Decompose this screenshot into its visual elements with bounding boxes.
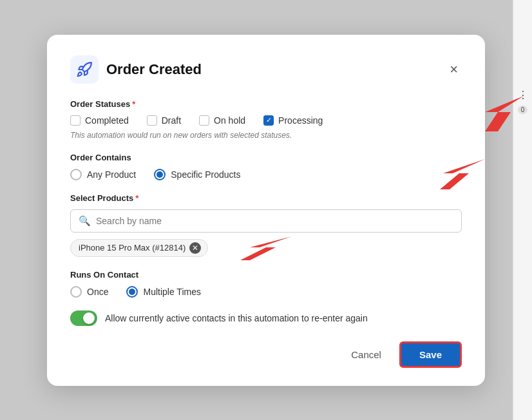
radio-once[interactable]: Once [70, 286, 108, 298]
status-completed[interactable]: Completed [70, 115, 129, 126]
radio-outer-once[interactable] [70, 286, 82, 298]
radio-outer-specific[interactable] [154, 169, 166, 180]
runs-on-contact-section: Runs On Contact Once Multiple Times [70, 270, 462, 298]
toggle-knob [83, 312, 95, 324]
radio-specific-products-label: Specific Products [171, 169, 240, 180]
save-button[interactable]: Save [399, 341, 462, 368]
status-draft[interactable]: Draft [147, 115, 181, 126]
order-statuses-label: Order Statuses* [70, 99, 462, 109]
rocket-icon [76, 61, 93, 78]
close-button[interactable]: × [446, 61, 462, 78]
toggle-switch[interactable] [70, 310, 97, 326]
order-statuses-hint: This automation would run on new orders … [70, 131, 462, 140]
more-options-icon[interactable]: ⋮ [518, 90, 528, 100]
modal-footer: Cancel Save [70, 341, 462, 368]
radio-specific-products[interactable]: Specific Products [154, 169, 240, 180]
status-processing-label: Processing [278, 115, 323, 126]
modal-header: Order Created × [70, 55, 462, 84]
runs-on-contact-options: Once Multiple Times [70, 286, 462, 298]
toggle-label: Allow currently active contacts in this … [105, 313, 368, 323]
toggle-row: Allow currently active contacts in this … [70, 310, 462, 326]
search-input[interactable] [96, 216, 453, 226]
radio-once-label: Once [87, 287, 108, 297]
radio-inner-multiple [129, 289, 135, 295]
radio-multiple-times-label: Multiple Times [143, 287, 200, 297]
status-on-hold-label: On hold [214, 115, 245, 126]
status-completed-label: Completed [85, 115, 129, 126]
selected-products-tags: iPhone 15 Pro Max (#12814) ✕ [70, 239, 462, 257]
modal-dialog: Order Created × Order Statuses* Complete… [47, 35, 485, 386]
cancel-button[interactable]: Cancel [343, 344, 389, 365]
radio-any-product-label: Any Product [87, 169, 136, 180]
order-contains-section: Order Contains Any Product Specific Prod… [70, 153, 462, 180]
runs-on-contact-label: Runs On Contact [70, 270, 462, 280]
modal-icon-wrap [70, 55, 99, 84]
search-wrap[interactable]: 🔍 [70, 209, 462, 233]
status-on-hold[interactable]: On hold [199, 115, 245, 126]
badge-count: 0 [518, 106, 528, 114]
checkbox-completed[interactable] [70, 115, 81, 126]
tag-iphone: iPhone 15 Pro Max (#12814) ✕ [70, 239, 208, 257]
radio-outer-multiple[interactable] [126, 286, 138, 298]
select-products-label: Select Products* [70, 193, 462, 203]
radio-outer-any[interactable] [70, 169, 82, 180]
radio-multiple-times[interactable]: Multiple Times [126, 286, 200, 298]
radio-any-product[interactable]: Any Product [70, 169, 136, 180]
order-contains-options: Any Product Specific Products [70, 169, 462, 180]
tag-label: iPhone 15 Pro Max (#12814) [79, 243, 185, 253]
page-background: ⋮ 0 Order Created × [0, 0, 532, 420]
right-panel: ⋮ 0 [513, 0, 532, 420]
tag-remove-button[interactable]: ✕ [189, 242, 201, 254]
radio-inner-specific [157, 171, 163, 178]
required-asterisk-products: * [135, 193, 138, 203]
search-icon: 🔍 [79, 215, 91, 227]
status-draft-label: Draft [162, 115, 181, 126]
checkbox-on-hold[interactable] [199, 115, 209, 126]
order-statuses-options: Completed Draft On hold Processing [70, 115, 462, 126]
modal-title: Order Created [106, 61, 202, 78]
status-processing[interactable]: Processing [263, 115, 323, 126]
checkbox-processing[interactable] [263, 115, 274, 126]
order-contains-label: Order Contains [70, 153, 462, 162]
modal-title-group: Order Created [70, 55, 202, 84]
order-statuses-section: Order Statuses* Completed Draft On hold [70, 99, 462, 140]
select-products-section: Select Products* 🔍 iPhone 15 Pro Max (#1… [70, 193, 462, 257]
required-asterisk: * [132, 99, 135, 109]
checkbox-draft[interactable] [147, 115, 157, 126]
